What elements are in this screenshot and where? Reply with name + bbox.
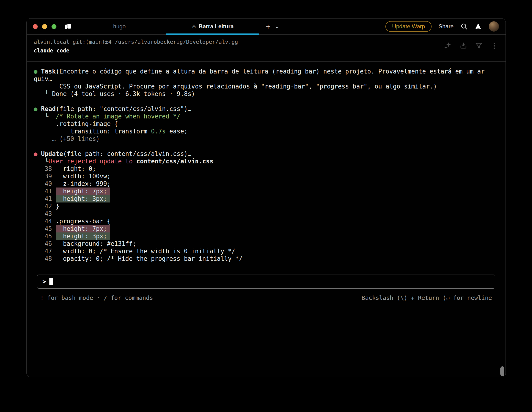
diff-row: 38 right: 0; [34, 165, 499, 173]
diff-row: 44 .progress-bar { [34, 217, 499, 225]
diff-code: opacity: 0; /* Hide the progress bar ini… [56, 255, 243, 262]
diff-code: height: 7px; [56, 187, 110, 195]
line-number: 44 [34, 217, 52, 225]
tab-activity-icon: ✳ [191, 23, 196, 30]
zoom-window-button[interactable] [51, 24, 57, 29]
minimize-window-button[interactable] [42, 24, 47, 29]
search-icon[interactable] [461, 23, 468, 30]
diff-row: 41 height: 7px; [34, 187, 499, 195]
block-header-left: alvin.local git:(main)±4 /users/alvarobe… [34, 39, 238, 54]
line-number: 43 [34, 210, 52, 217]
line-number: 39 [34, 173, 52, 180]
diff-rows: 38 right: 0;39 width: 100vw;40 z-index: … [34, 165, 499, 262]
tool-args: (file_path: "content/css/alvin.css")… [56, 105, 191, 112]
task-header-line: ● Task(Encontre o código que define a al… [34, 68, 499, 75]
diff-row: 40 z-index: 999; [34, 180, 499, 187]
new-tab-button[interactable]: + [266, 22, 270, 30]
terminal-output: ● Task(Encontre o código que define a al… [27, 62, 505, 302]
avatar[interactable] [489, 21, 499, 32]
share-button[interactable]: Share [438, 23, 454, 30]
tab-label: Barra Leitura [199, 23, 233, 30]
line-number: 41 [34, 195, 52, 203]
read-bullet-icon: ● [34, 105, 41, 112]
diff-row: 45 height: 3px; [34, 233, 499, 240]
tool-args: (Encontre o código que define a altura d… [56, 68, 484, 75]
css-comment: /* Rotate an image when hovered */ [56, 113, 180, 120]
line-number: 40 [34, 180, 52, 187]
input-hints: ! for bash mode · / for commands Backsla… [40, 294, 492, 302]
diff-code: } [56, 203, 59, 210]
diff-row: 39 width: 100vw; [34, 173, 499, 180]
titlebar-right: Update Warp Share [385, 19, 505, 34]
result-corner-glyph: └ [34, 113, 56, 120]
desktop: hugo ✳Barra Leitura + ⌄ Update Warp Shar… [0, 0, 532, 412]
diff-code: width: 100vw; [56, 173, 111, 180]
blocks-icon[interactable] [64, 23, 73, 30]
diff-code: width: 0; /* Ensure the width is 0 initi… [56, 248, 235, 255]
diff-code: right: 0; [56, 165, 96, 172]
read-result-line: └ /* Rotate an image when hovered */ [34, 112, 499, 120]
tab-barra-leitura[interactable]: ✳Barra Leitura [166, 19, 259, 34]
task-args-line: CSS ou JavaScript. Procure por arquivos … [34, 83, 499, 90]
hint-left: ! for bash mode · / for commands [40, 294, 153, 302]
warp-window: hugo ✳Barra Leitura + ⌄ Update Warp Shar… [27, 18, 506, 377]
block-header: alvin.local git:(main)±4 /users/alvarobe… [27, 35, 505, 62]
traffic-lights [27, 19, 57, 34]
tab-hugo[interactable]: hugo [73, 19, 166, 34]
result-corner-glyph: └ [34, 158, 48, 165]
warp-logo-icon[interactable] [475, 23, 482, 30]
result-corner-glyph: └ [34, 90, 52, 97]
chevron-down-icon[interactable]: ⌄ [275, 24, 280, 29]
update-warp-button[interactable]: Update Warp [385, 21, 432, 32]
line-number: 47 [34, 247, 52, 255]
read-header-line: ● Read(file_path: "content/css/alvin.css… [34, 105, 499, 112]
diff-code: height: 3px; [56, 195, 110, 203]
tab-label: hugo [113, 23, 125, 30]
diff-row: 48 opacity: 0; /* Hide the progress bar … [34, 255, 499, 262]
diff-code: height: 3px; [56, 233, 110, 240]
line-number: 41 [34, 187, 52, 195]
diff-code: height: 7px; [56, 225, 110, 233]
line-number: 45 [34, 233, 52, 240]
tool-name: Read [41, 105, 56, 112]
read-more-line: … (+50 lines) [34, 135, 499, 142]
diff-row: 43 [34, 210, 499, 217]
tool-name: Task [41, 68, 56, 75]
scrollbar-thumb[interactable] [500, 366, 504, 376]
kebab-menu-icon[interactable] [490, 42, 499, 50]
diff-code: background: #e131ff; [56, 240, 136, 247]
diff-code: .progress-bar { [56, 218, 111, 225]
active-tab-underline [166, 33, 259, 35]
diff-row: 47 width: 0; /* Ensure the width is 0 in… [34, 247, 499, 255]
input-cursor [49, 278, 53, 285]
update-rejected-line: └User rejected update to content/css/alv… [34, 158, 499, 165]
blank-line [34, 98, 499, 105]
blank-line [34, 142, 499, 150]
close-window-button[interactable] [33, 24, 38, 29]
command-text: claude code [34, 47, 238, 54]
line-number: 38 [34, 165, 52, 173]
command-input[interactable]: > [37, 275, 495, 289]
read-code-line: transition: transform 0.7s ease; [34, 128, 499, 135]
line-number: 46 [34, 240, 52, 247]
rejected-file: content/css/alvin.css [136, 158, 213, 165]
diff-row: 42 } [34, 203, 499, 210]
line-number: 42 [34, 203, 52, 210]
tool-name: Update [41, 150, 63, 157]
update-header-line: ● Update(file_path: content/css/alvin.cs… [34, 150, 499, 158]
line-number: 45 [34, 225, 52, 233]
download-icon[interactable] [459, 42, 468, 50]
diff-row: 41 height: 3px; [34, 195, 499, 203]
task-result-line: └ Done (4 tool uses · 6.3k tokens · 9.8s… [34, 90, 499, 98]
titlebar: hugo ✳Barra Leitura + ⌄ Update Warp Shar… [27, 19, 505, 35]
update-bullet-icon: ● [34, 150, 41, 157]
diff-code: z-index: 999; [56, 180, 111, 187]
task-bullet-icon: ● [34, 68, 41, 75]
rejected-text: User rejected update to [48, 158, 136, 165]
block-actions [444, 42, 499, 50]
task-result: Done (4 tool uses · 6.3k tokens · 9.8s) [52, 90, 195, 97]
filter-icon[interactable] [475, 42, 483, 50]
sparkles-icon[interactable] [444, 42, 452, 50]
diff-row: 46 background: #e131ff; [34, 240, 499, 247]
line-number: 48 [34, 255, 52, 262]
